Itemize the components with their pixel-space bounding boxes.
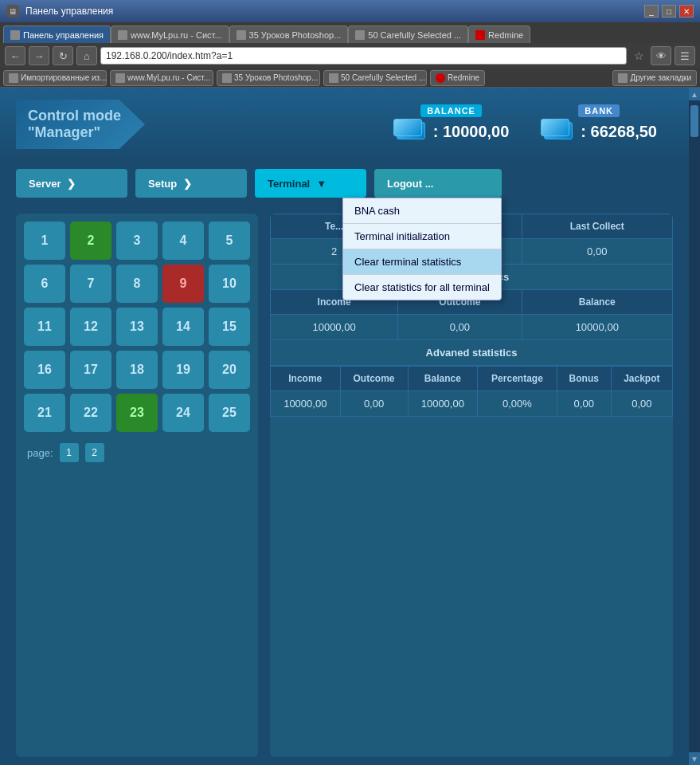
menu-button[interactable]: ☰	[675, 46, 695, 65]
tab-favicon-3	[237, 30, 246, 40]
nav-bar: Server ❯ Setup ❯ Terminal ▼ Logout ... B…	[0, 161, 689, 206]
forward-button[interactable]: →	[29, 46, 49, 65]
browser-window: 🖥 Панель управления _ □ ✕ Панель управле…	[0, 0, 700, 765]
page-2-button[interactable]: 2	[85, 443, 104, 462]
scroll-thumb[interactable]	[690, 105, 698, 137]
logout-button[interactable]: Logout ...	[374, 169, 502, 198]
minimize-button[interactable]: _	[644, 5, 659, 18]
header-title: Control mode "Manager"	[28, 108, 121, 141]
basic-income: 10000,00	[271, 315, 398, 340]
page-1-button[interactable]: 1	[60, 443, 79, 462]
bank-label: BANK	[578, 104, 620, 117]
advanced-stats-header-row: Advaned statistics	[271, 340, 673, 366]
main-area: Control mode "Manager" BALANCE : 10	[0, 88, 689, 765]
eye-button[interactable]: 👁	[651, 46, 671, 65]
basic-outcome: 0,00	[398, 315, 522, 340]
key-14-button[interactable]: 14	[162, 308, 204, 346]
setup-button[interactable]: Setup ❯	[135, 169, 247, 198]
adv-data-row: 10000,00 0,00 10000,00 0,00% 0,00 0,00	[271, 391, 673, 417]
tab-label-5: Redmine	[488, 30, 523, 40]
key-7-button[interactable]: 7	[70, 265, 111, 303]
bookmark-imported[interactable]: Импортированные из...	[3, 70, 107, 86]
adv-bonus: 0,00	[557, 391, 611, 417]
bank-value: : 66268,50	[581, 123, 657, 141]
key-12-button[interactable]: 12	[70, 308, 111, 346]
bookmark-50selected[interactable]: 50 Carefully Selected ...	[323, 70, 427, 86]
col-last-collect: Last Collect	[522, 214, 672, 239]
bookmark-redmine[interactable]: Redmine	[430, 70, 485, 86]
bm-favicon-6	[618, 73, 628, 83]
tab-panel-control[interactable]: Панель управления	[3, 26, 111, 43]
tab-bar: Панель управления www.MyLpu.ru - Сист...…	[0, 22, 700, 43]
bm-label-3: 35 Уроков Photoshop...	[234, 73, 318, 82]
key-5-button[interactable]: 5	[209, 222, 250, 260]
key-23-button[interactable]: 23	[116, 394, 158, 432]
dropdown-clear-all-stats[interactable]: Clear statistics for all terminal	[343, 275, 501, 300]
bm-label-1: Импортированные из...	[21, 73, 107, 82]
bookmark-mylpu[interactable]: www.MyLpu.ru - Сист...	[110, 70, 213, 86]
key-16-button[interactable]: 16	[24, 351, 65, 389]
key-24-button[interactable]: 24	[162, 394, 204, 432]
dropdown-terminal-init[interactable]: Terminal initialization	[343, 224, 501, 249]
adv-col-income: Income	[271, 367, 341, 391]
key-2-button[interactable]: 2	[70, 222, 111, 260]
address-bar[interactable]: 192.168.0.200/index.htm?a=1	[100, 47, 627, 65]
tab-favicon-1	[10, 30, 20, 40]
key-18-button[interactable]: 18	[116, 351, 158, 389]
server-button[interactable]: Server ❯	[16, 169, 127, 198]
bank-icon	[541, 119, 576, 144]
key-8-button[interactable]: 8	[116, 265, 158, 303]
key-10-button[interactable]: 10	[209, 265, 250, 303]
reload-button[interactable]: ↻	[53, 46, 73, 65]
key-19-button[interactable]: 19	[162, 351, 204, 389]
key-20-button[interactable]: 20	[209, 351, 250, 389]
keypad: 1234567891011121314151617181920212223242…	[16, 214, 258, 757]
terminal-button[interactable]: Terminal ▼	[255, 169, 366, 198]
advanced-stats-header: Advaned statistics	[271, 340, 673, 366]
tab-50selected[interactable]: 50 Carefully Selected ...	[348, 26, 468, 43]
close-button[interactable]: ✕	[679, 5, 694, 18]
key-4-button[interactable]: 4	[162, 222, 204, 260]
adv-col-bonus: Bonus	[557, 367, 611, 391]
dropdown-bna-cash[interactable]: BNA cash	[343, 198, 501, 224]
bookmarks-bar: Импортированные из... www.MyLpu.ru - Сис…	[0, 69, 700, 88]
keypad-grid: 1234567891011121314151617181920212223242…	[24, 222, 250, 432]
scroll-track[interactable]	[690, 102, 698, 751]
bm-label-5: Redmine	[448, 73, 479, 82]
adv-col-outcome: Outcome	[340, 367, 408, 391]
tab-mylpu[interactable]: www.MyLpu.ru - Сист...	[111, 26, 229, 43]
tab-redmine[interactable]: Redmine	[468, 26, 530, 43]
toolbar: ← → ↻ ⌂ 192.168.0.200/index.htm?a=1 ☆ 👁 …	[0, 43, 700, 69]
tab-favicon-4	[355, 30, 365, 40]
title-bar-text: Панель управления	[25, 6, 638, 17]
adv-cols-row: Income Outcome Balance Percentage Bonus …	[271, 367, 673, 391]
server-arrow: ❯	[67, 178, 76, 190]
key-9-button[interactable]: 9	[162, 265, 204, 303]
maximize-button[interactable]: □	[662, 5, 676, 18]
bookmark-other[interactable]: Другие закладки	[612, 70, 697, 86]
tab-photoshop[interactable]: 35 Уроков Photoshop...	[229, 26, 349, 43]
scroll-up-button[interactable]: ▲	[689, 88, 700, 100]
key-21-button[interactable]: 21	[24, 394, 65, 432]
home-button[interactable]: ⌂	[76, 46, 97, 65]
key-1-button[interactable]: 1	[24, 222, 65, 260]
key-3-button[interactable]: 3	[116, 222, 158, 260]
back-button[interactable]: ←	[5, 46, 25, 65]
bm-label-2: www.MyLpu.ru - Сист...	[127, 73, 210, 82]
key-17-button[interactable]: 17	[70, 351, 111, 389]
logout-label: Logout ...	[387, 178, 433, 190]
bookmark-photoshop[interactable]: 35 Уроков Photoshop...	[217, 70, 320, 86]
bookmark-star[interactable]: ☆	[630, 47, 647, 65]
tab-label-4: 50 Carefully Selected ...	[368, 30, 461, 40]
scroll-down-button[interactable]: ▼	[689, 752, 700, 765]
balance-value: : 10000,00	[433, 123, 510, 141]
tab-label-1: Панель управления	[23, 30, 104, 40]
key-15-button[interactable]: 15	[209, 308, 250, 346]
dropdown-clear-stats[interactable]: Clear terminal statistics	[343, 249, 501, 275]
key-13-button[interactable]: 13	[116, 308, 158, 346]
bm-favicon-5	[436, 73, 445, 83]
key-22-button[interactable]: 22	[70, 394, 111, 432]
key-11-button[interactable]: 11	[24, 308, 65, 346]
key-25-button[interactable]: 25	[209, 394, 250, 432]
key-6-button[interactable]: 6	[24, 265, 65, 303]
